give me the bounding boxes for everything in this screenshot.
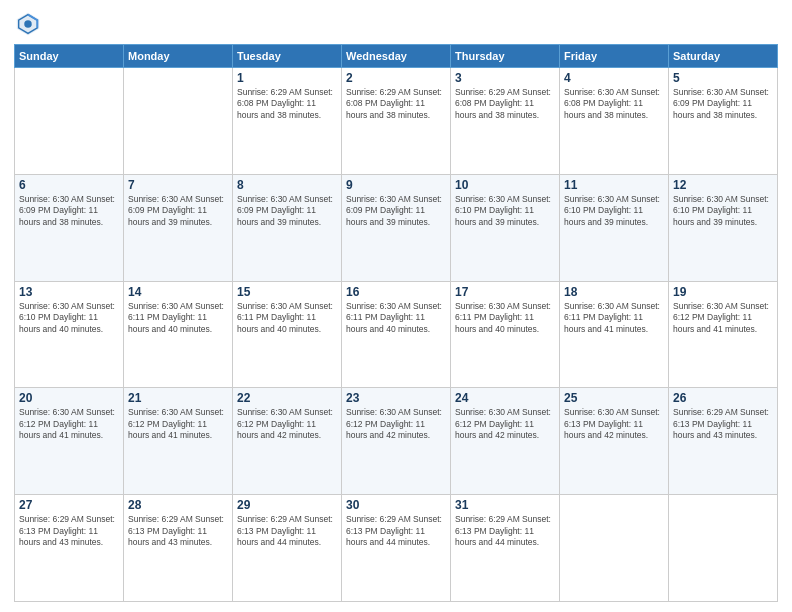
calendar-cell: 7Sunrise: 6:30 AM Sunset: 6:09 PM Daylig… (124, 174, 233, 281)
day-number: 16 (346, 285, 446, 299)
calendar-week-row: 20Sunrise: 6:30 AM Sunset: 6:12 PM Dayli… (15, 388, 778, 495)
day-number: 30 (346, 498, 446, 512)
calendar-cell: 11Sunrise: 6:30 AM Sunset: 6:10 PM Dayli… (560, 174, 669, 281)
day-number: 6 (19, 178, 119, 192)
day-number: 29 (237, 498, 337, 512)
calendar-cell: 27Sunrise: 6:29 AM Sunset: 6:13 PM Dayli… (15, 495, 124, 602)
weekday-header: Friday (560, 45, 669, 68)
day-detail: Sunrise: 6:30 AM Sunset: 6:12 PM Dayligh… (673, 301, 773, 335)
calendar-cell: 18Sunrise: 6:30 AM Sunset: 6:11 PM Dayli… (560, 281, 669, 388)
day-number: 28 (128, 498, 228, 512)
page: SundayMondayTuesdayWednesdayThursdayFrid… (0, 0, 792, 612)
day-detail: Sunrise: 6:30 AM Sunset: 6:08 PM Dayligh… (564, 87, 664, 121)
day-detail: Sunrise: 6:29 AM Sunset: 6:08 PM Dayligh… (346, 87, 446, 121)
calendar-cell: 20Sunrise: 6:30 AM Sunset: 6:12 PM Dayli… (15, 388, 124, 495)
day-detail: Sunrise: 6:29 AM Sunset: 6:08 PM Dayligh… (455, 87, 555, 121)
calendar-week-row: 1Sunrise: 6:29 AM Sunset: 6:08 PM Daylig… (15, 68, 778, 175)
day-number: 12 (673, 178, 773, 192)
day-number: 1 (237, 71, 337, 85)
day-number: 23 (346, 391, 446, 405)
day-detail: Sunrise: 6:29 AM Sunset: 6:13 PM Dayligh… (346, 514, 446, 548)
weekday-header-row: SundayMondayTuesdayWednesdayThursdayFrid… (15, 45, 778, 68)
day-number: 17 (455, 285, 555, 299)
calendar-cell: 31Sunrise: 6:29 AM Sunset: 6:13 PM Dayli… (451, 495, 560, 602)
calendar-cell: 12Sunrise: 6:30 AM Sunset: 6:10 PM Dayli… (669, 174, 778, 281)
day-detail: Sunrise: 6:30 AM Sunset: 6:11 PM Dayligh… (128, 301, 228, 335)
day-detail: Sunrise: 6:30 AM Sunset: 6:12 PM Dayligh… (455, 407, 555, 441)
calendar-cell: 19Sunrise: 6:30 AM Sunset: 6:12 PM Dayli… (669, 281, 778, 388)
day-number: 9 (346, 178, 446, 192)
day-number: 8 (237, 178, 337, 192)
day-number: 21 (128, 391, 228, 405)
day-detail: Sunrise: 6:30 AM Sunset: 6:13 PM Dayligh… (564, 407, 664, 441)
calendar-cell: 30Sunrise: 6:29 AM Sunset: 6:13 PM Dayli… (342, 495, 451, 602)
day-detail: Sunrise: 6:29 AM Sunset: 6:08 PM Dayligh… (237, 87, 337, 121)
logo (14, 10, 46, 38)
day-detail: Sunrise: 6:30 AM Sunset: 6:11 PM Dayligh… (237, 301, 337, 335)
day-number: 24 (455, 391, 555, 405)
day-number: 18 (564, 285, 664, 299)
day-number: 20 (19, 391, 119, 405)
calendar-cell: 24Sunrise: 6:30 AM Sunset: 6:12 PM Dayli… (451, 388, 560, 495)
calendar-cell: 21Sunrise: 6:30 AM Sunset: 6:12 PM Dayli… (124, 388, 233, 495)
calendar-cell: 9Sunrise: 6:30 AM Sunset: 6:09 PM Daylig… (342, 174, 451, 281)
calendar-cell: 26Sunrise: 6:29 AM Sunset: 6:13 PM Dayli… (669, 388, 778, 495)
day-number: 14 (128, 285, 228, 299)
day-number: 15 (237, 285, 337, 299)
weekday-header: Sunday (15, 45, 124, 68)
svg-point-2 (24, 20, 31, 27)
weekday-header: Thursday (451, 45, 560, 68)
day-detail: Sunrise: 6:29 AM Sunset: 6:13 PM Dayligh… (455, 514, 555, 548)
day-number: 13 (19, 285, 119, 299)
calendar-cell: 22Sunrise: 6:30 AM Sunset: 6:12 PM Dayli… (233, 388, 342, 495)
calendar-week-row: 13Sunrise: 6:30 AM Sunset: 6:10 PM Dayli… (15, 281, 778, 388)
calendar-cell (15, 68, 124, 175)
calendar-cell: 1Sunrise: 6:29 AM Sunset: 6:08 PM Daylig… (233, 68, 342, 175)
day-detail: Sunrise: 6:30 AM Sunset: 6:12 PM Dayligh… (346, 407, 446, 441)
day-number: 7 (128, 178, 228, 192)
calendar-cell: 2Sunrise: 6:29 AM Sunset: 6:08 PM Daylig… (342, 68, 451, 175)
logo-icon (14, 10, 42, 38)
day-detail: Sunrise: 6:30 AM Sunset: 6:09 PM Dayligh… (237, 194, 337, 228)
day-detail: Sunrise: 6:30 AM Sunset: 6:11 PM Dayligh… (564, 301, 664, 335)
day-number: 4 (564, 71, 664, 85)
calendar-cell: 10Sunrise: 6:30 AM Sunset: 6:10 PM Dayli… (451, 174, 560, 281)
weekday-header: Tuesday (233, 45, 342, 68)
day-detail: Sunrise: 6:30 AM Sunset: 6:10 PM Dayligh… (564, 194, 664, 228)
calendar-cell (124, 68, 233, 175)
day-number: 10 (455, 178, 555, 192)
day-number: 31 (455, 498, 555, 512)
weekday-header: Saturday (669, 45, 778, 68)
day-detail: Sunrise: 6:30 AM Sunset: 6:12 PM Dayligh… (19, 407, 119, 441)
calendar-cell: 6Sunrise: 6:30 AM Sunset: 6:09 PM Daylig… (15, 174, 124, 281)
calendar-cell: 23Sunrise: 6:30 AM Sunset: 6:12 PM Dayli… (342, 388, 451, 495)
day-detail: Sunrise: 6:30 AM Sunset: 6:11 PM Dayligh… (346, 301, 446, 335)
header (14, 10, 778, 38)
day-detail: Sunrise: 6:30 AM Sunset: 6:09 PM Dayligh… (128, 194, 228, 228)
weekday-header: Wednesday (342, 45, 451, 68)
calendar-cell: 14Sunrise: 6:30 AM Sunset: 6:11 PM Dayli… (124, 281, 233, 388)
day-detail: Sunrise: 6:30 AM Sunset: 6:12 PM Dayligh… (128, 407, 228, 441)
calendar-cell: 17Sunrise: 6:30 AM Sunset: 6:11 PM Dayli… (451, 281, 560, 388)
calendar: SundayMondayTuesdayWednesdayThursdayFrid… (14, 44, 778, 602)
day-number: 19 (673, 285, 773, 299)
day-detail: Sunrise: 6:29 AM Sunset: 6:13 PM Dayligh… (673, 407, 773, 441)
day-detail: Sunrise: 6:30 AM Sunset: 6:09 PM Dayligh… (346, 194, 446, 228)
day-detail: Sunrise: 6:30 AM Sunset: 6:10 PM Dayligh… (19, 301, 119, 335)
calendar-cell: 15Sunrise: 6:30 AM Sunset: 6:11 PM Dayli… (233, 281, 342, 388)
day-number: 22 (237, 391, 337, 405)
calendar-week-row: 27Sunrise: 6:29 AM Sunset: 6:13 PM Dayli… (15, 495, 778, 602)
day-detail: Sunrise: 6:30 AM Sunset: 6:11 PM Dayligh… (455, 301, 555, 335)
calendar-cell: 16Sunrise: 6:30 AM Sunset: 6:11 PM Dayli… (342, 281, 451, 388)
day-detail: Sunrise: 6:30 AM Sunset: 6:09 PM Dayligh… (673, 87, 773, 121)
day-number: 11 (564, 178, 664, 192)
calendar-cell: 28Sunrise: 6:29 AM Sunset: 6:13 PM Dayli… (124, 495, 233, 602)
day-detail: Sunrise: 6:30 AM Sunset: 6:10 PM Dayligh… (673, 194, 773, 228)
calendar-cell: 5Sunrise: 6:30 AM Sunset: 6:09 PM Daylig… (669, 68, 778, 175)
day-number: 3 (455, 71, 555, 85)
calendar-cell: 4Sunrise: 6:30 AM Sunset: 6:08 PM Daylig… (560, 68, 669, 175)
calendar-cell: 25Sunrise: 6:30 AM Sunset: 6:13 PM Dayli… (560, 388, 669, 495)
day-number: 2 (346, 71, 446, 85)
calendar-cell (560, 495, 669, 602)
calendar-cell (669, 495, 778, 602)
